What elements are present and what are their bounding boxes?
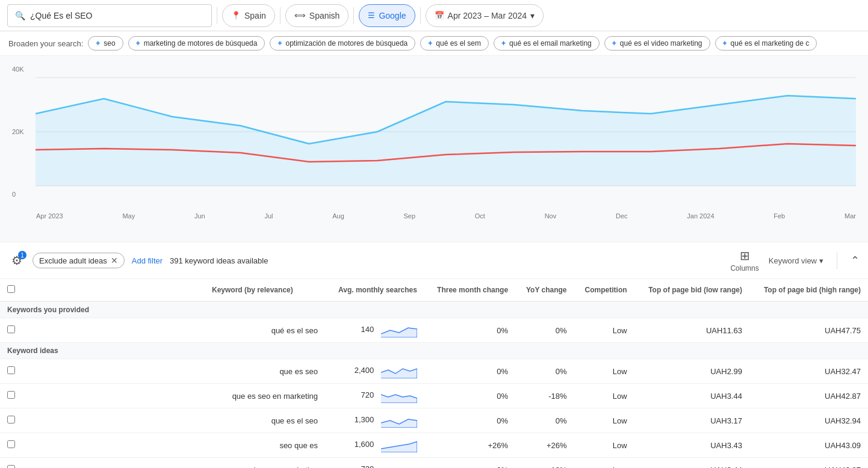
location-label: Spain (244, 11, 266, 20)
broaden-chip-marketing[interactable]: + marketing de motores de búsqueda (128, 36, 265, 51)
exclude-adult-tag[interactable]: Exclude adult ideas ✕ (33, 253, 125, 268)
location-icon: 📍 (231, 11, 241, 20)
high-bid-cell: UAH43.09 (749, 433, 868, 458)
high-bid-cell: UAH42.87 (749, 458, 868, 469)
monthly-cell: 2,400 (325, 359, 424, 384)
date-filter[interactable]: 📅 Apr 2023 – Mar 2024 ▾ (426, 4, 544, 27)
high-bid-cell: UAH42.87 (749, 384, 868, 408)
table-row: que es el seo en marketing 720 0% -18% L… (0, 458, 868, 469)
keyword-cell: que es el seo (205, 408, 325, 433)
language-icon: ⟺ (294, 11, 306, 20)
keywords-table: Keyword (by relevance) Avg. monthly sear… (0, 279, 868, 468)
vertical-divider (837, 252, 837, 269)
exclude-label: Exclude adult ideas (39, 256, 107, 265)
header-competition: Competition (574, 279, 634, 301)
broaden-chip-optimizacion[interactable]: + optimización de motores de búsqueda (270, 36, 415, 51)
yoy-cell: 0% (515, 318, 574, 343)
x-label-jul: Jul (264, 212, 273, 220)
competition-cell: Low (574, 359, 634, 384)
keyword-view-label: Keyword view (769, 256, 817, 265)
date-icon: 📅 (435, 11, 444, 20)
low-bid-cell: UAH11.63 (634, 318, 749, 343)
keyword-view-button[interactable]: Keyword view ▾ (769, 256, 823, 265)
plus-icon6: + (612, 39, 616, 48)
broaden-chip-more[interactable]: + qué es el marketing de c (715, 36, 817, 51)
sparkline (381, 438, 417, 452)
competition-cell: Low (574, 458, 634, 469)
x-label-feb: Feb (773, 212, 785, 220)
row-checkbox-cell[interactable] (0, 433, 205, 458)
three-month-cell: 0% (424, 359, 515, 384)
plus-icon7: + (723, 39, 727, 48)
location-filter[interactable]: 📍 Spain (222, 4, 275, 27)
broaden-chip-label3: optimización de motores de búsqueda (286, 39, 408, 48)
competition-cell: Low (574, 318, 634, 343)
table-row: que es seo 2,400 0% 0% Low UAH2.99 UAH32… (0, 359, 868, 384)
x-label-jan24: Jan 2024 (687, 212, 714, 220)
broaden-chip-seo[interactable]: + seo (88, 36, 123, 51)
section-ideas-label: Keyword ideas (0, 343, 868, 359)
row-checkbox[interactable] (7, 440, 15, 448)
table-row: seo que es 1,600 +26% +26% Low UAH3.43 U… (0, 433, 868, 458)
remove-filter-button[interactable]: ✕ (111, 256, 118, 265)
svg-marker-3 (36, 96, 856, 186)
add-filter-button[interactable]: Add filter (132, 256, 163, 265)
broaden-chip-label: seo (104, 39, 115, 48)
broaden-chip-sem[interactable]: + qué es el sem (420, 36, 489, 51)
columns-icon: ⊞ (740, 248, 750, 263)
header-low-bid: Top of page bid (low range) (634, 279, 749, 301)
low-bid-cell: UAH3.43 (634, 433, 749, 458)
three-month-cell: 0% (424, 318, 515, 343)
row-checkbox[interactable] (7, 465, 15, 468)
row-checkbox[interactable] (7, 391, 15, 399)
x-label-jun: Jun (194, 212, 205, 220)
row-checkbox-cell[interactable] (0, 384, 205, 408)
row-checkbox-cell[interactable] (0, 458, 205, 469)
high-bid-cell: UAH32.47 (749, 359, 868, 384)
columns-button[interactable]: ⊞ Columns (730, 248, 758, 272)
plus-icon: + (96, 39, 100, 48)
broaden-chip-label7: qué es el marketing de c (731, 39, 810, 48)
y-label-40k: 40K (12, 66, 31, 73)
yoy-cell: 0% (515, 359, 574, 384)
monthly-cell: 1,600 (325, 433, 424, 458)
broaden-chip-email[interactable]: + qué es el email marketing (494, 36, 600, 51)
separator (217, 7, 217, 24)
section-provided-label: Keywords you provided (0, 301, 868, 318)
row-checkbox[interactable] (7, 416, 15, 423)
date-chevron-icon: ▾ (530, 11, 535, 20)
select-all-header[interactable] (0, 279, 205, 301)
low-bid-cell: UAH2.99 (634, 359, 749, 384)
table-row: que es seo en marketing 720 0% -18% Low … (0, 384, 868, 408)
yoy-cell: 0% (515, 408, 574, 433)
high-bid-cell: UAH32.94 (749, 408, 868, 433)
keyword-cell: seo que es (205, 433, 325, 458)
select-all-checkbox[interactable] (7, 285, 15, 293)
search-box[interactable]: 🔍 ¿Qué Es el SEO (7, 4, 212, 27)
available-count: 391 keyword ideas available (170, 256, 723, 265)
collapse-button[interactable]: ⌃ (851, 254, 860, 267)
row-checkbox-cell[interactable] (0, 359, 205, 384)
row-checkbox[interactable] (7, 325, 15, 333)
row-checkbox-cell[interactable] (0, 318, 205, 343)
keyword-cell: que es el seo en marketing (205, 458, 325, 469)
sparkline (381, 389, 417, 403)
filter-badge[interactable]: ⚙ 1 (8, 252, 25, 269)
header-three-month: Three month change (424, 279, 515, 301)
keyword-cell: qué es el seo (205, 318, 325, 343)
row-checkbox[interactable] (7, 366, 15, 374)
language-filter[interactable]: ⟺ Spanish (285, 4, 349, 27)
broaden-chip-video[interactable]: + qué es el video marketing (604, 36, 710, 51)
trend-chart (36, 66, 856, 210)
language-label: Spanish (309, 11, 340, 20)
x-label-dec: Dec (616, 212, 628, 220)
separator3 (353, 7, 354, 24)
separator4 (420, 7, 421, 24)
x-label-sep: Sep (404, 212, 416, 220)
row-checkbox-cell[interactable] (0, 408, 205, 433)
header-monthly: Avg. monthly searches (325, 279, 424, 301)
filter-row: ⚙ 1 Exclude adult ideas ✕ Add filter 391… (0, 242, 868, 279)
network-filter[interactable]: ☰ Google (359, 4, 415, 27)
low-bid-cell: UAH3.44 (634, 384, 749, 408)
keyword-cell: que es seo (205, 359, 325, 384)
